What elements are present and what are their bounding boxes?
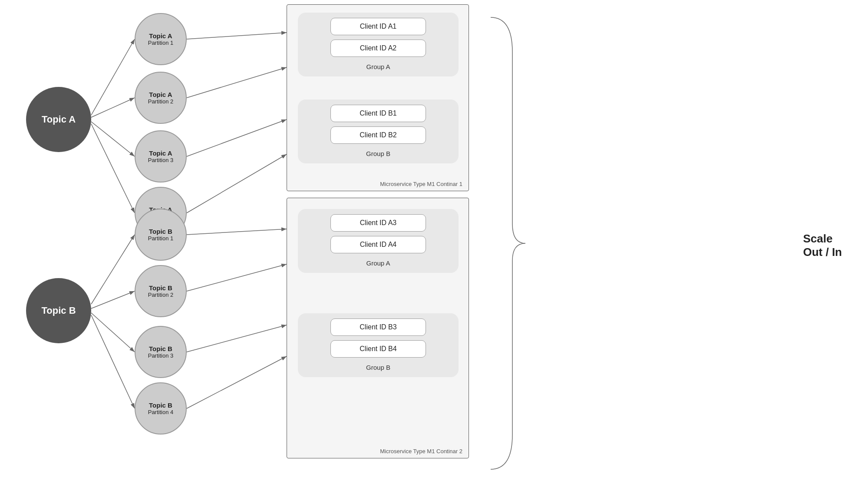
partition-b2-sub: Partition 2 <box>148 292 174 298</box>
svg-line-5 <box>91 291 135 309</box>
container2: Client ID A3 Client ID A4 Group A Client… <box>287 198 469 458</box>
partition-b1: Topic B Partition 1 <box>135 209 187 261</box>
svg-line-1 <box>91 98 135 117</box>
group-a2: Client ID A3 Client ID A4 Group A <box>298 209 459 273</box>
client-a1-label: Client ID A1 <box>360 23 396 30</box>
partition-a1-name: Topic A <box>149 32 172 40</box>
client-a4-label: Client ID A4 <box>360 241 396 248</box>
topic-a-circle: Topic A <box>26 87 91 152</box>
partition-b3-name: Topic B <box>149 345 172 352</box>
partition-a2-name: Topic A <box>149 91 172 98</box>
partition-b3: Topic B Partition 3 <box>135 326 187 378</box>
client-a3-label: Client ID A3 <box>360 219 396 226</box>
client-a2-label: Client ID A2 <box>360 44 396 52</box>
svg-line-6 <box>91 313 135 352</box>
partition-b4-sub: Partition 4 <box>148 409 174 415</box>
group-b2: Client ID B3 Client ID B4 Group B <box>298 313 459 377</box>
svg-line-9 <box>187 67 287 98</box>
partition-a1-sub: Partition 1 <box>148 40 174 46</box>
group-b1-label: Group B <box>366 150 390 157</box>
container1-label: Microservice Type M1 Continar 1 <box>380 181 462 187</box>
partition-b3-sub: Partition 3 <box>148 352 174 359</box>
partition-b4: Topic B Partition 4 <box>135 382 187 435</box>
group-a1: Client ID A1 Client ID A2 Group A <box>298 13 459 76</box>
client-id-b1: Client ID B1 <box>330 105 426 122</box>
client-id-a2: Client ID A2 <box>330 40 426 57</box>
client-b4-label: Client ID B4 <box>360 345 396 352</box>
svg-line-4 <box>91 235 135 304</box>
scale-label: ScaleOut / In <box>803 232 842 259</box>
scale-text: ScaleOut / In <box>803 232 842 259</box>
group-a2-label: Group A <box>366 259 390 267</box>
group-b2-label: Group B <box>366 364 390 371</box>
svg-line-12 <box>187 229 287 235</box>
partition-b1-sub: Partition 1 <box>148 235 174 242</box>
partition-a2: Topic A Partition 2 <box>135 72 187 124</box>
client-b1-label: Client ID B1 <box>360 109 396 117</box>
partition-a2-sub: Partition 2 <box>148 98 174 105</box>
partition-a3-name: Topic A <box>149 149 172 157</box>
client-id-b4: Client ID B4 <box>330 340 426 358</box>
client-id-b3: Client ID B3 <box>330 318 426 336</box>
client-id-a3: Client ID A3 <box>330 214 426 232</box>
svg-line-7 <box>91 315 135 408</box>
diagram-container: Topic A Topic B Topic A Partition 1 Topi… <box>0 0 868 491</box>
partition-a3-sub: Partition 3 <box>148 157 174 163</box>
client-b3-label: Client ID B3 <box>360 323 396 331</box>
topic-b-label: Topic B <box>41 305 76 316</box>
partition-b1-name: Topic B <box>149 228 172 235</box>
client-b2-label: Client ID B2 <box>360 131 396 139</box>
partition-b2-name: Topic B <box>149 284 172 292</box>
svg-line-13 <box>187 264 287 291</box>
svg-line-8 <box>187 33 287 39</box>
partition-a1: Topic A Partition 1 <box>135 13 187 65</box>
client-id-a4: Client ID A4 <box>330 236 426 253</box>
svg-line-15 <box>187 356 287 408</box>
group-b1: Client ID B1 Client ID B2 Group B <box>298 100 459 163</box>
topic-b-circle: Topic B <box>26 278 91 343</box>
partition-b2: Topic B Partition 2 <box>135 265 187 317</box>
partition-b4-name: Topic B <box>149 401 172 409</box>
container1: Client ID A1 Client ID A2 Group A Client… <box>287 4 469 191</box>
svg-line-0 <box>91 39 135 115</box>
svg-line-10 <box>187 119 287 156</box>
svg-line-14 <box>187 325 287 352</box>
svg-line-3 <box>91 124 135 213</box>
svg-line-2 <box>91 122 135 156</box>
svg-line-11 <box>187 154 287 213</box>
partition-a3: Topic A Partition 3 <box>135 130 187 182</box>
client-id-a1: Client ID A1 <box>330 18 426 35</box>
client-id-b2: Client ID B2 <box>330 126 426 144</box>
topic-a-label: Topic A <box>42 114 76 125</box>
group-a1-label: Group A <box>366 63 390 70</box>
container2-label: Microservice Type M1 Continar 2 <box>380 448 462 455</box>
